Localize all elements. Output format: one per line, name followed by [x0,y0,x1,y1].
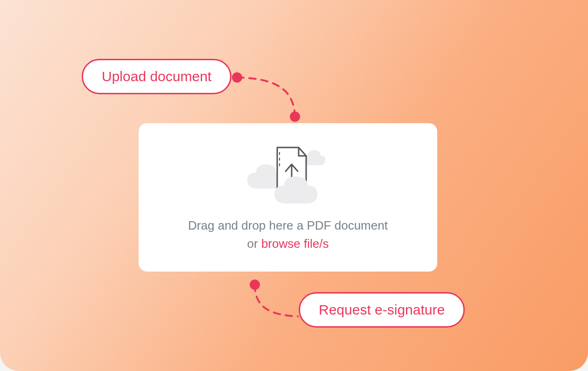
svg-point-0 [232,72,242,83]
upload-illustration [244,142,332,207]
feature-canvas: Upload document [0,0,588,371]
dropzone-or: or [247,237,261,251]
svg-point-6 [250,280,260,290]
connector-top [229,70,322,131]
svg-point-1 [290,112,300,122]
upload-dropzone[interactable]: Drag and drop here a PDF document or bro… [139,123,437,272]
file-upload-cloud-icon [244,142,332,207]
upload-document-text: Upload document [102,69,211,84]
dropzone-line1: Drag and drop here a PDF document [188,217,388,235]
browse-files-link[interactable]: browse file/s [261,237,329,251]
request-esignature-text: Request e-signature [319,302,445,318]
request-esignature-label: Request e-signature [299,292,465,328]
upload-document-label: Upload document [82,59,231,94]
dropzone-text: Drag and drop here a PDF document or bro… [188,217,388,253]
dropzone-line2: or browse file/s [188,235,388,253]
